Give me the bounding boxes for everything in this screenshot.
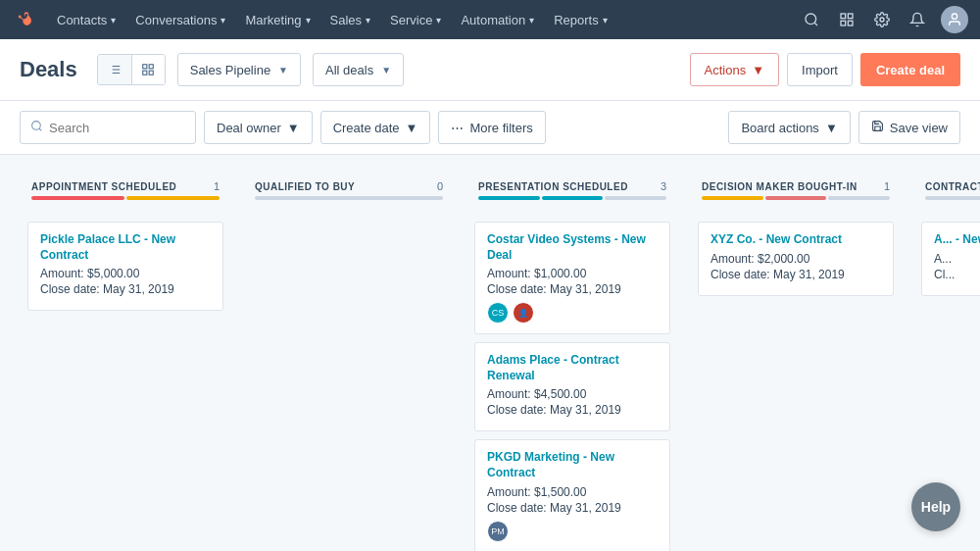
user-avatar[interactable] <box>941 6 968 33</box>
nav-item-contacts[interactable]: Contacts▾ <box>47 0 125 39</box>
nav-item-automation[interactable]: Automation▾ <box>451 0 544 39</box>
filter-dropdown[interactable]: All deals ▼ <box>313 53 404 86</box>
column-bar-segment <box>31 196 124 200</box>
deal-close-date: Cl... <box>934 268 980 281</box>
deal-avatar: 👤 <box>513 302 534 324</box>
marketplace-icon[interactable] <box>831 4 862 35</box>
deal-close-date: Close date: May 31, 2019 <box>487 501 658 515</box>
board-column-qualified-to-buy: QUALIFIED TO BUY 0 Total: $0 <box>243 171 455 551</box>
column-count: 1 <box>214 180 220 192</box>
column-bar-segment <box>542 196 604 200</box>
column-bar-segment <box>702 196 763 200</box>
board-actions-button[interactable]: Board actions ▼ <box>728 111 850 144</box>
nav-item-service[interactable]: Service▾ <box>380 0 451 39</box>
column-title: PRESENTATION SCHEDULED <box>478 181 628 192</box>
import-button[interactable]: Import <box>787 53 853 86</box>
deal-close-date: Close date: May 31, 2019 <box>487 282 658 296</box>
deal-name: A... - New Deal <box>934 232 980 248</box>
deal-card[interactable]: PKGD Marketing - New Contract Amount: $1… <box>474 439 670 551</box>
actions-chevron-icon: ▼ <box>752 63 764 77</box>
column-header: CONTRACT SENT 0 <box>913 171 980 214</box>
deal-name: Adams Place - Contract Renewal <box>487 353 658 383</box>
deal-amount: Amount: $2,000.00 <box>710 252 881 266</box>
deal-owner-filter[interactable]: Deal owner ▼ <box>204 111 313 144</box>
deals-board: APPOINTMENT SCHEDULED 1 Pickle Palace LL… <box>0 155 980 551</box>
deal-close-date: Close date: May 31, 2019 <box>40 282 211 296</box>
board-view-btn[interactable] <box>131 55 165 84</box>
nav-chevron-icon: ▾ <box>306 15 311 25</box>
save-view-button[interactable]: Save view <box>858 111 960 144</box>
nav-item-conversations[interactable]: Conversations▾ <box>125 0 235 39</box>
actions-button[interactable]: Actions ▼ <box>690 53 780 86</box>
nav-chevron-icon: ▾ <box>220 15 225 25</box>
page-header: Deals Sales Pipeline ▼ All deals ▼ Actio… <box>0 39 980 101</box>
notifications-icon[interactable] <box>902 4 933 35</box>
page-title: Deals <box>20 57 77 82</box>
column-bar-segment <box>828 196 890 200</box>
deal-card[interactable]: A... - New Deal A... Cl... <box>921 222 980 296</box>
column-title: APPOINTMENT SCHEDULED <box>31 181 176 192</box>
deal-name: XYZ Co. - New Contract <box>710 232 881 248</box>
deal-avatar: CS <box>487 302 509 324</box>
column-bar-segment <box>605 196 666 200</box>
filters-bar: Deal owner ▼ Create date ▼ ⋯ More filter… <box>0 101 980 155</box>
svg-point-0 <box>806 14 816 25</box>
deal-amount: Amount: $4,500.00 <box>487 387 658 401</box>
list-view-btn[interactable] <box>98 55 131 84</box>
svg-rect-13 <box>143 65 147 69</box>
nav-item-sales[interactable]: Sales▾ <box>320 0 381 39</box>
nav-right-icons <box>796 4 968 35</box>
view-toggle <box>97 54 166 85</box>
column-bar-segment <box>126 196 220 200</box>
hubspot-logo[interactable] <box>12 6 39 33</box>
nav-chevron-icon: ▾ <box>366 15 370 25</box>
search-input[interactable] <box>49 121 185 135</box>
board-actions-chevron-icon: ▼ <box>825 121 838 135</box>
search-nav-icon[interactable] <box>796 4 827 35</box>
deal-amount: Amount: $5,000.00 <box>40 267 211 280</box>
deal-amount: Amount: $1,500.00 <box>487 485 658 499</box>
column-header: PRESENTATION SCHEDULED 3 <box>466 171 678 214</box>
create-date-chevron-icon: ▼ <box>406 121 418 135</box>
svg-point-6 <box>952 14 956 19</box>
deal-name: Pickle Palace LLC - New Contract <box>40 232 211 263</box>
deal-card[interactable]: Costar Video Systems - New Deal Amount: … <box>474 222 670 334</box>
deal-card[interactable]: Adams Place - Contract Renewal Amount: $… <box>474 342 670 431</box>
column-cards <box>243 214 455 551</box>
nav-chevron-icon: ▾ <box>111 15 116 25</box>
more-filters-button[interactable]: ⋯ More filters <box>438 111 545 144</box>
deal-avatars: CS👤 <box>487 302 658 324</box>
help-button[interactable]: Help <box>911 482 960 531</box>
svg-rect-16 <box>143 71 147 75</box>
svg-rect-14 <box>149 65 153 69</box>
deal-card[interactable]: Pickle Palace LLC - New Contract Amount:… <box>27 222 223 311</box>
nav-item-marketing[interactable]: Marketing▾ <box>235 0 319 39</box>
nav-item-reports[interactable]: Reports▾ <box>544 0 617 39</box>
pipeline-dropdown[interactable]: Sales Pipeline ▼ <box>177 53 301 86</box>
column-count: 3 <box>661 180 666 192</box>
deal-close-date: Close date: May 31, 2019 <box>487 403 658 417</box>
svg-point-17 <box>32 122 41 130</box>
column-cards: Costar Video Systems - New Deal Amount: … <box>466 214 678 551</box>
save-view-icon <box>871 120 884 135</box>
column-title: DECISION MAKER BOUGHT-IN <box>702 181 858 192</box>
create-date-filter[interactable]: Create date ▼ <box>320 111 431 144</box>
column-title: CONTRACT SENT <box>925 181 980 192</box>
nav-chevron-icon: ▾ <box>436 15 441 25</box>
column-header: QUALIFIED TO BUY 0 <box>243 171 455 214</box>
search-icon <box>30 120 43 135</box>
column-count: 1 <box>884 180 890 192</box>
pipeline-chevron-icon: ▼ <box>278 65 288 75</box>
column-bar-segment <box>765 196 827 200</box>
more-filters-icon: ⋯ <box>451 121 464 135</box>
column-bar-segment <box>925 196 980 200</box>
create-deal-button[interactable]: Create deal <box>860 53 960 86</box>
deal-card[interactable]: XYZ Co. - New Contract Amount: $2,000.00… <box>698 222 894 296</box>
column-cards: Pickle Palace LLC - New Contract Amount:… <box>20 214 231 551</box>
settings-icon[interactable] <box>866 4 898 35</box>
search-box[interactable] <box>20 111 196 144</box>
svg-rect-4 <box>841 21 846 25</box>
deal-amount: Amount: $1,000.00 <box>487 267 658 280</box>
column-bar-segment <box>478 196 540 200</box>
nav-chevron-icon: ▾ <box>603 15 608 25</box>
